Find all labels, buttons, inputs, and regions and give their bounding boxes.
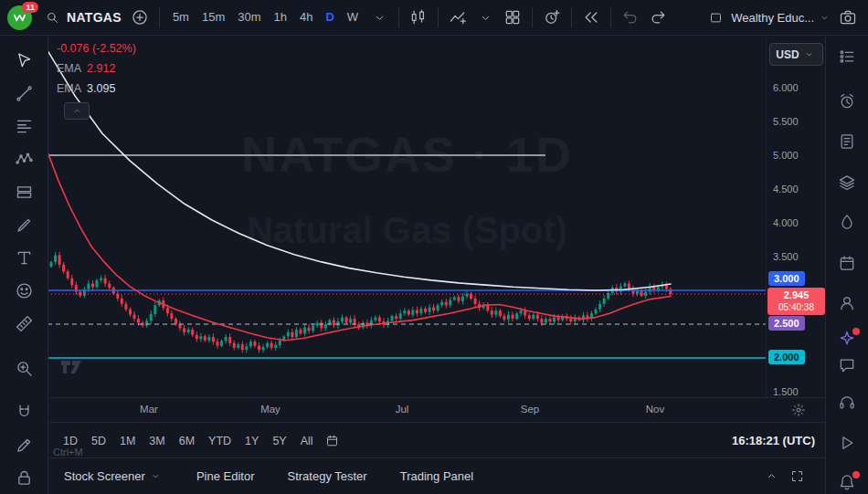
range-1d[interactable]: 1D: [57, 430, 84, 452]
price-label-3000: 3.000: [768, 271, 805, 286]
indicator-row[interactable]: EMA2.912: [57, 62, 136, 75]
screenshot-icon[interactable]: [835, 5, 861, 30]
fib-retracement-tool-icon[interactable]: [12, 114, 36, 138]
interval-1h[interactable]: 1h: [268, 5, 293, 29]
price-label-2500: 2.500: [768, 316, 805, 331]
text-tool-icon[interactable]: [12, 246, 36, 269]
range-1y[interactable]: 1Y: [238, 430, 265, 452]
ideas-icon[interactable]: [836, 292, 858, 314]
calendar-icon[interactable]: [836, 252, 858, 274]
interval-W[interactable]: W: [341, 5, 365, 29]
create-alert-icon[interactable]: [539, 5, 565, 30]
chevron-up-icon: [72, 106, 82, 116]
tab-stock-screener[interactable]: Stock Screener: [64, 469, 164, 484]
range-6m[interactable]: 6M: [173, 430, 201, 452]
symbol-search[interactable]: NATGAS: [39, 5, 125, 30]
ai-assistant-icon[interactable]: [836, 328, 858, 350]
app-logo[interactable]: 11: [7, 5, 32, 30]
notification-badge: 11: [22, 2, 38, 14]
tab-strategy-tester[interactable]: Strategy Tester: [287, 469, 366, 483]
range-5d[interactable]: 5D: [85, 430, 112, 452]
alerts-icon[interactable]: [836, 90, 858, 112]
range-1m[interactable]: 1M: [113, 430, 142, 452]
currency-label: USD: [776, 48, 799, 61]
alert-dot: [851, 326, 862, 337]
range-all[interactable]: All: [294, 430, 320, 452]
search-icon: [39, 5, 65, 30]
price-chart[interactable]: [48, 35, 767, 397]
right-toolbar: [825, 35, 868, 494]
panel-expand-icon[interactable]: [758, 464, 784, 489]
redo-icon[interactable]: [645, 5, 671, 30]
zoom-tool-icon[interactable]: [12, 356, 36, 380]
chat-icon[interactable]: [836, 354, 858, 376]
divider: [398, 7, 399, 27]
legend-collapse-button[interactable]: [64, 102, 90, 120]
range-3m[interactable]: 3M: [143, 430, 171, 452]
bar-replay-icon[interactable]: [578, 5, 604, 30]
range-ytd[interactable]: YTD: [202, 430, 238, 452]
interval-D[interactable]: D: [319, 5, 340, 29]
price-axis[interactable]: USD 6.0005.5005.0004.5004.0003.5001.5003…: [766, 35, 826, 397]
currency-toggle[interactable]: USD: [769, 43, 823, 66]
price-tick: 1.500: [773, 385, 799, 398]
time-tick-mar: Mar: [140, 404, 158, 415]
data-window-icon[interactable]: [836, 131, 858, 152]
indicator-row[interactable]: EMA3.095: [57, 82, 136, 95]
hotlists-icon[interactable]: [836, 211, 858, 233]
range-5y[interactable]: 5Y: [266, 430, 292, 452]
layout-menu[interactable]: Wealthy Educ...: [703, 5, 831, 30]
ruler-tool-icon[interactable]: [12, 311, 36, 335]
top-toolbar: 11 NATGAS 5m15m30m1h4hDW Wealthy Educ...: [0, 0, 868, 36]
compare-add-icon[interactable]: [127, 5, 153, 30]
multichart-layout-icon[interactable]: [500, 5, 525, 30]
replay-play-icon[interactable]: [836, 432, 858, 454]
notifications-icon[interactable]: [836, 471, 858, 493]
price-tick: 5.500: [773, 115, 799, 128]
tab-pine-editor[interactable]: Pine Editor: [196, 469, 255, 483]
axis-settings-gear-icon[interactable]: [791, 403, 806, 417]
interval-15m[interactable]: 15m: [196, 5, 231, 29]
bottom-panel-tabs: Stock ScreenerPine EditorStrategy Tester…: [64, 469, 473, 484]
currency-chevron-icon: [802, 47, 817, 62]
alert-dot: [851, 469, 862, 480]
draw-tool-icon[interactable]: [12, 433, 36, 457]
time-tick-may: May: [260, 404, 281, 415]
price-tick: 5.000: [773, 149, 799, 162]
emoji-tool-icon[interactable]: [12, 279, 36, 302]
go-to-date-icon[interactable]: [320, 428, 345, 454]
time-tick-jul: Jul: [396, 404, 409, 415]
layout-name: Wealthy Educ...: [731, 11, 814, 25]
pattern-tool-icon[interactable]: [12, 147, 36, 171]
panel-maximize-icon[interactable]: [784, 464, 810, 489]
object-tree-icon[interactable]: [836, 172, 858, 194]
interval-30m[interactable]: 30m: [231, 5, 267, 29]
chart-plot[interactable]: NATGAS · 1D Natural Gas (Spot) -0.076 (-…: [48, 35, 767, 397]
tab-trading-panel[interactable]: Trading Panel: [400, 469, 473, 483]
chart-type-icon[interactable]: [406, 5, 431, 30]
interval-buttons: 5m15m30m1h4hDW: [166, 5, 365, 29]
chevron-down-icon: [149, 469, 164, 484]
support-icon[interactable]: [836, 392, 858, 414]
left-toolbar: [0, 35, 48, 494]
brush-tool-icon[interactable]: [12, 213, 36, 236]
time-axis[interactable]: MarMayJulSepNov: [48, 397, 826, 423]
price-change: -0.076 (-2.52%): [57, 42, 136, 55]
undo-icon[interactable]: [618, 5, 643, 30]
lock-tool-icon[interactable]: [12, 466, 36, 489]
position-tool-icon[interactable]: [12, 180, 36, 204]
divider: [571, 7, 572, 27]
indicators-icon[interactable]: [445, 5, 471, 30]
chart-area: NATGAS · 1D Natural Gas (Spot) -0.076 (-…: [48, 35, 826, 494]
interval-5m[interactable]: 5m: [166, 5, 196, 29]
time-tick-sep: Sep: [521, 404, 539, 415]
layout-window-icon: [703, 5, 728, 30]
watchlist-icon[interactable]: [836, 46, 858, 68]
server-clock[interactable]: 16:18:21 (UTC): [732, 434, 815, 447]
interval-menu-chevron-icon[interactable]: [366, 5, 392, 30]
interval-4h[interactable]: 4h: [293, 5, 319, 29]
magnet-tool-icon[interactable]: [12, 400, 36, 424]
trend-line-tool-icon[interactable]: [12, 81, 36, 105]
cursor-tool-icon[interactable]: [12, 48, 36, 72]
indicators-chevron-icon[interactable]: [472, 5, 498, 30]
